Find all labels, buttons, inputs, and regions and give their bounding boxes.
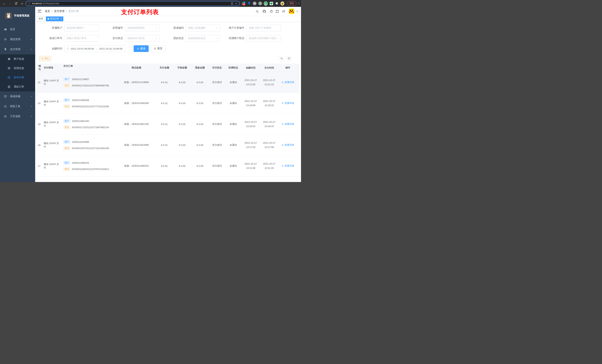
- cell-created-time: 2021-10-2713:17:03: [241, 135, 260, 155]
- site-info-icon[interactable]: i: [28, 2, 31, 5]
- pay-badge: 支付: [63, 146, 70, 150]
- kite-extension-icon[interactable]: [247, 1, 251, 5]
- placeholder-text: 请选择支付状态: [127, 37, 155, 40]
- sidebar-item-label: 商户信息: [14, 57, 32, 61]
- profile-emoji-icon[interactable]: [280, 1, 284, 5]
- breadcrumb-home[interactable]: 首页: [45, 10, 50, 13]
- table-row: 商户1635311251796: [37, 177, 299, 182]
- y-extension-icon[interactable]: y: [264, 1, 268, 5]
- app-logo[interactable]: 芋道管理系统: [0, 7, 35, 24]
- browser-update-button[interactable]: 更新: [287, 1, 297, 6]
- merchant-order-no-input[interactable]: 请输入商户订单编号: [247, 25, 281, 31]
- cell-created-time: 2021-10-2713:11:08: [241, 156, 260, 176]
- view-detail-link[interactable]: 查看详情: [281, 164, 294, 167]
- sidebar-toggle-icon[interactable]: [38, 10, 42, 13]
- puzzle-extensions-icon[interactable]: [275, 1, 279, 5]
- notify-status-select[interactable]: 请选择订单回调商户状态: [247, 35, 281, 42]
- sidebar-item-home[interactable]: 首页: [0, 24, 35, 34]
- view-detail-link[interactable]: 查看详情: [281, 81, 294, 84]
- view-detail-link[interactable]: 查看详情: [281, 102, 294, 105]
- command-extension-icon[interactable]: ⌘: [253, 1, 257, 5]
- avatar-caret-icon[interactable]: [297, 11, 298, 12]
- user-avatar[interactable]: [289, 9, 294, 14]
- sidebar-item-label: 系统管理: [10, 38, 30, 41]
- filter-label: 应用编号: [104, 26, 125, 30]
- sidebar-item-infra[interactable]: 基础设施: [0, 91, 35, 101]
- placeholder-text: 请选择所属商户: [67, 26, 97, 30]
- tag-home[interactable]: 首页: [37, 16, 45, 21]
- home-icon[interactable]: ⌂: [20, 1, 24, 6]
- browser-menu-icon[interactable]: [299, 2, 299, 5]
- extensions-area: 10 ⌘ y 更新: [242, 1, 299, 6]
- cell-paid-time: 2021-10-2713:11:15: [260, 156, 279, 176]
- sidebar-item-dev-tools[interactable]: 研发工具: [0, 101, 35, 111]
- dashboard-icon: [4, 28, 7, 31]
- breadcrumb-current: 支付订单: [68, 10, 79, 13]
- cell-order: 商户1635311881440 支付4200001173202110272847…: [62, 114, 117, 135]
- sidebar-item-system[interactable]: ⚙ 系统管理: [0, 34, 35, 44]
- share-icon[interactable]: [231, 2, 233, 5]
- screen: ← → ⌂ i localhost:1024/pay/order ☆ 10 ⌘ …: [0, 0, 301, 182]
- merchant-order-no: 1635311468233: [72, 161, 89, 164]
- filter-app: 应用编号 请选择应用信息: [104, 25, 160, 31]
- chat-extension-icon[interactable]: [269, 1, 273, 5]
- pay-status-select[interactable]: 请选择支付状态: [125, 35, 160, 42]
- tag-pay-order[interactable]: 支付订单 ×: [46, 16, 63, 21]
- tag-close-icon[interactable]: ×: [61, 18, 62, 20]
- cell-title: 标题：1635312124656: [117, 72, 155, 93]
- pixel-extension-icon[interactable]: 10: [242, 1, 246, 5]
- chevron-down-icon: [216, 37, 218, 39]
- workflow-icon: [4, 115, 7, 118]
- merchant-input[interactable]: 请选择所属商户: [64, 25, 99, 31]
- app: 芋道管理系统 首页 ⚙ 系统管理 ¥ 支付管理: [0, 7, 301, 182]
- export-button[interactable]: 导出: [39, 56, 51, 61]
- sidebar-item-workflow[interactable]: 工作流程: [0, 111, 35, 121]
- toggle-search-icon[interactable]: [279, 56, 284, 61]
- sidebar-item-pay-order[interactable]: ¥ 支付订单: [0, 73, 35, 82]
- cell-fee: ¥ 0.00: [173, 93, 191, 114]
- refund-status-select[interactable]: 请选择退款状态: [186, 35, 220, 42]
- date-end: 2021-10-31 23:59:59: [99, 47, 122, 50]
- cell-pay-status: 支付成功: [209, 72, 225, 93]
- sidebar-item-pay[interactable]: ¥ 支付管理: [0, 44, 35, 54]
- view-detail-link[interactable]: 查看详情: [281, 123, 294, 126]
- refresh-icon[interactable]: [286, 56, 292, 61]
- app-select[interactable]: 请选择应用信息: [125, 25, 160, 31]
- cell-notify-status: 未通知: [225, 156, 241, 176]
- sidebar-item-refund-order[interactable]: 退款订单: [0, 82, 35, 91]
- placeholder-text: 请选择订单回调商户状态: [249, 37, 277, 40]
- browser-toolbar: ← → ⌂ i localhost:1024/pay/order ☆ 10 ⌘ …: [0, 0, 301, 7]
- github-icon[interactable]: [262, 10, 266, 13]
- cell-id: 21: [37, 72, 43, 93]
- view-detail-link[interactable]: 查看详情: [281, 143, 294, 147]
- search-button[interactable]: 搜索: [134, 45, 149, 52]
- content: 所属商户 请选择所属商户 应用编号 请选择应用信息 渠道编码 请输入渠道编码: [35, 22, 301, 182]
- breadcrumb-pay[interactable]: 支付管理: [54, 10, 64, 13]
- table-row: 19 微信 JSAPI 支付 商户1635311881440 支付4200001…: [37, 114, 299, 135]
- sidebar-item-app-info[interactable]: 应用信息: [0, 64, 35, 73]
- address-bar[interactable]: i localhost:1024/pay/order ☆: [26, 1, 240, 6]
- reload-icon[interactable]: [14, 1, 19, 6]
- back-icon[interactable]: ←: [2, 1, 7, 6]
- channel-code-select[interactable]: 请输入渠道编码: [186, 25, 220, 31]
- dot-extension-icon[interactable]: [258, 1, 262, 5]
- sidebar-item-label: 应用信息: [14, 67, 32, 70]
- title-value: 1635311468233: [131, 165, 149, 167]
- time: 13:18:02: [246, 125, 256, 128]
- date-range-picker[interactable]: 2021-10-01 00:00:00 - 2021-10-31 23:59:5…: [64, 45, 126, 52]
- cell-channel: 微信 JSAPI 支付: [43, 114, 62, 135]
- bookmark-star-icon[interactable]: ☆: [235, 2, 237, 5]
- fullscreen-icon[interactable]: [276, 10, 279, 13]
- forward-icon[interactable]: →: [8, 1, 13, 6]
- table-row: 21 微信 JSAPI 支付 商户1635312124657 支付4200001…: [37, 72, 299, 93]
- chevron-down-icon: [155, 37, 157, 39]
- date: 2021-10-27: [263, 79, 275, 82]
- title-value: 1635311881439: [131, 123, 149, 125]
- search-icon[interactable]: [256, 10, 259, 13]
- sidebar-item-merchant-info[interactable]: 商户信息: [0, 54, 35, 64]
- channel-order-no-input[interactable]: 请输入渠道订单号: [64, 35, 99, 42]
- reset-button[interactable]: 重置: [151, 45, 165, 52]
- cell-id: 17: [37, 156, 43, 176]
- font-size-icon[interactable]: tT: [282, 10, 285, 13]
- help-icon[interactable]: ?: [270, 10, 272, 13]
